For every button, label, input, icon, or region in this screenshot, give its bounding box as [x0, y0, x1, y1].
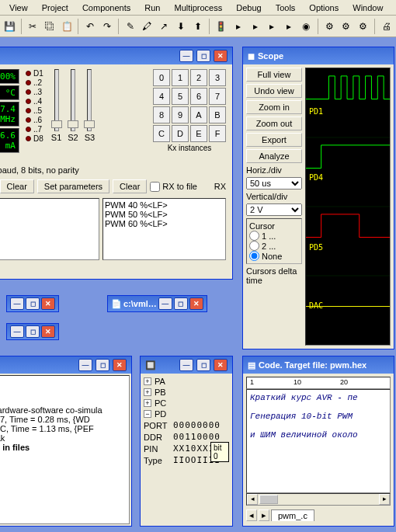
zoom-out-button[interactable]: Zoom out: [246, 116, 302, 130]
menu-debug[interactable]: Debug: [230, 2, 267, 14]
scope-titlebar[interactable]: ◼ Scope: [243, 47, 394, 64]
menu-options[interactable]: Options: [303, 2, 345, 14]
minimize-icon[interactable]: —: [10, 297, 24, 310]
menu-project[interactable]: Project: [36, 2, 75, 14]
key-9[interactable]: 9: [172, 106, 189, 123]
expand-pa[interactable]: +: [144, 377, 151, 385]
cursor-2-radio[interactable]: [249, 241, 259, 251]
list-item[interactable]: Maker: [0, 387, 127, 396]
list-item[interactable]: = $0037, Time = 0.28 ms, {WD: [0, 415, 127, 424]
list-item[interactable]: rting hardware-software co-simula: [0, 405, 127, 415]
cursor-1-radio[interactable]: [249, 231, 259, 241]
close-button[interactable]: ✕: [214, 50, 228, 62]
code-titlebar[interactable]: ▤ Code. Target file: pwm.hex: [243, 356, 394, 374]
zoom-in-button[interactable]: Zoom in: [246, 100, 302, 114]
undo-view-button[interactable]: Undo view: [246, 84, 302, 98]
menu-help[interactable]: Help: [391, 2, 396, 14]
ddr-value[interactable]: 00110000: [173, 432, 221, 442]
tab-prev-icon[interactable]: ◂: [246, 509, 257, 521]
tool-arrow-icon[interactable]: ↗: [156, 18, 172, 35]
expand-pb[interactable]: +: [144, 388, 151, 396]
key-2[interactable]: 2: [190, 69, 207, 86]
full-view-button[interactable]: Full view: [246, 68, 302, 82]
key-a[interactable]: A: [190, 106, 207, 123]
scroll-thumb[interactable]: [259, 495, 278, 504]
menu-components[interactable]: Components: [76, 2, 137, 14]
tool-step2-icon[interactable]: ▸: [247, 18, 263, 35]
tool-gear1-icon[interactable]: ⚙: [321, 18, 338, 35]
key-1[interactable]: 1: [172, 69, 189, 86]
minimize-button[interactable]: —: [179, 50, 193, 62]
port-titlebar[interactable]: 🔲 — ◻ ✕: [141, 356, 232, 374]
key-4[interactable]: 4: [153, 88, 170, 105]
list-item[interactable]: t File: [0, 377, 127, 387]
key-0[interactable]: 0: [153, 69, 170, 86]
list-item[interactable]: & Find in files: [0, 443, 127, 452]
menu-view[interactable]: View: [3, 2, 34, 14]
key-7[interactable]: 7: [209, 88, 226, 105]
key-8[interactable]: 8: [153, 106, 170, 123]
restore-icon[interactable]: ◻: [26, 325, 40, 338]
tool-stop-icon[interactable]: ◉: [298, 18, 314, 35]
menu-window[interactable]: Window: [346, 2, 389, 14]
minimize-icon[interactable]: —: [158, 297, 172, 310]
slider-s3[interactable]: [87, 69, 92, 131]
code-editor[interactable]: Краткий курс AVR - пе Генерация 10-bit P…: [246, 389, 391, 493]
tab-next-icon[interactable]: ▸: [259, 509, 269, 521]
tool-redo-icon[interactable]: ↷: [99, 18, 115, 35]
restore-icon[interactable]: ◻: [174, 297, 188, 310]
close-button[interactable]: ✕: [214, 359, 228, 371]
key-3[interactable]: 3: [209, 69, 226, 86]
tool-undo-icon[interactable]: ↶: [82, 18, 98, 35]
maximize-button[interactable]: ◻: [196, 359, 210, 371]
port-value[interactable]: 00000000: [173, 420, 221, 430]
key-b[interactable]: B: [209, 106, 226, 123]
tool-stepout-icon[interactable]: ▸: [281, 18, 297, 35]
key-d[interactable]: D: [172, 125, 189, 142]
tool-step1-icon[interactable]: ▸: [230, 18, 246, 35]
tool-gear3-icon[interactable]: ⚙: [355, 18, 371, 35]
scroll-right-icon[interactable]: ▸: [379, 494, 390, 505]
close-icon[interactable]: ✕: [189, 297, 203, 310]
maximize-button[interactable]: ◻: [96, 359, 109, 371]
analyze-button[interactable]: Analyze: [246, 149, 302, 163]
tool-run-icon[interactable]: 🚦: [213, 18, 229, 35]
code-hscroll[interactable]: ◂ ▸: [246, 493, 391, 506]
clear-tx-button[interactable]: Clear: [0, 179, 34, 193]
tool-print-icon[interactable]: 🖨: [378, 18, 394, 35]
list-item[interactable]: = $007C, Time = 1.13 ms, {PEF: [0, 424, 127, 433]
slider-s1[interactable]: [54, 69, 59, 131]
results-list[interactable]: t FileMakermerting hardware-software co-…: [0, 375, 130, 524]
key-5[interactable]: 5: [172, 88, 189, 105]
key-6[interactable]: 6: [190, 88, 207, 105]
minimized-window-a[interactable]: — ◻ ✕: [6, 295, 59, 312]
list-item[interactable]: me: [0, 396, 127, 405]
key-e[interactable]: E: [190, 125, 207, 142]
export-button[interactable]: Export: [246, 133, 302, 147]
menu-multiprocess[interactable]: Multiprocess: [168, 2, 228, 14]
results-titlebar[interactable]: s — ◻ ✕: [0, 356, 131, 374]
cursor-none-radio[interactable]: [249, 251, 259, 261]
tool-step3-icon[interactable]: ▸: [264, 18, 280, 35]
minimize-button[interactable]: —: [78, 359, 92, 371]
clear-rx-button[interactable]: Clear: [113, 179, 147, 193]
scope-chart[interactable]: PD1 PD4 PD5 DAC: [305, 68, 391, 346]
tool-up-icon[interactable]: ⬆: [190, 18, 207, 35]
minimized-window-b[interactable]: 📄 c:\vml… — ◻ ✕: [107, 295, 207, 312]
tool-down-icon[interactable]: ⬇: [173, 18, 189, 35]
close-button[interactable]: ✕: [113, 359, 127, 371]
menu-run[interactable]: Run: [138, 2, 166, 14]
minimized-window-c[interactable]: — ◻ ✕: [6, 323, 59, 340]
minimize-icon[interactable]: —: [10, 325, 24, 338]
tool-copy-icon[interactable]: ⿻: [42, 18, 58, 35]
slider-s2[interactable]: [71, 69, 75, 131]
close-icon[interactable]: ✕: [41, 297, 55, 310]
panel-titlebar[interactable]: anel — ◻ ✕: [0, 47, 232, 64]
rx-textarea[interactable]: PWM 40 %<LF> PWM 50 %<LF> PWM 60 %<LF>: [102, 198, 226, 260]
collapse-pd[interactable]: −: [144, 410, 151, 418]
code-tab[interactable]: pwm_.c: [271, 509, 314, 521]
tool-save-icon[interactable]: 💾: [2, 18, 18, 35]
tool-paste-icon[interactable]: 📋: [59, 18, 75, 35]
tool-cut-icon[interactable]: ✂: [25, 18, 41, 35]
key-f[interactable]: F: [209, 125, 226, 142]
